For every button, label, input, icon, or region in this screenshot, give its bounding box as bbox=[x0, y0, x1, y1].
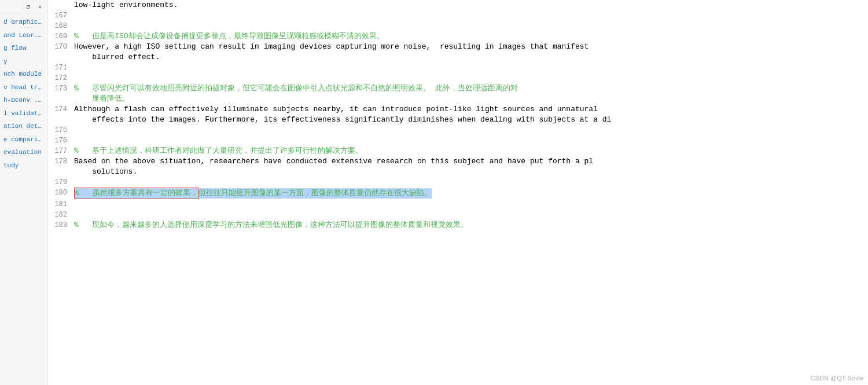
sidebar-item-evaluation[interactable]: evaluation bbox=[0, 146, 47, 159]
code-view: low-light environments. 167 168 169 % 但是… bbox=[47, 0, 868, 230]
line-content-174: Although a flash can effectively illumin… bbox=[72, 104, 868, 115]
line-180-part1: % 虽然很多方案具有一定的效果， bbox=[74, 188, 198, 199]
line-content-167 bbox=[72, 10, 868, 21]
sidebar-item-y[interactable]: y bbox=[0, 55, 47, 68]
code-line-174: 174 Although a flash can effectively ill… bbox=[47, 104, 868, 115]
line-num-173-cont bbox=[47, 94, 72, 104]
code-line-179: 179 bbox=[47, 177, 868, 188]
line-content-172 bbox=[72, 73, 868, 83]
sidebar-item-learn[interactable]: and Lear... bbox=[0, 29, 47, 42]
line-content-177: % 基于上述情况，科研工作者对此做了大量研究，并提出了许多可行性的解决方案。 bbox=[72, 146, 868, 156]
line-num-177: 177 bbox=[47, 146, 72, 156]
line-num-176: 176 bbox=[47, 135, 72, 146]
line-content-170: However, a high ISO setting can result i… bbox=[72, 42, 868, 52]
line-num-175: 175 bbox=[47, 125, 72, 135]
line-num-167: 167 bbox=[47, 10, 72, 21]
line-num-174: 174 bbox=[47, 104, 72, 115]
line-num-183: 183 bbox=[47, 220, 72, 230]
sidebar-item-dconv[interactable]: h-Dconv ... bbox=[0, 94, 47, 107]
line-content-169: % 但是高ISO却会让成像设备捕捉更多噪点，最终导致图像呈现颗粒感或模糊不清的效… bbox=[72, 31, 868, 42]
code-line-169: 169 % 但是高ISO却会让成像设备捕捉更多噪点，最终导致图像呈现颗粒感或模糊… bbox=[47, 31, 868, 42]
code-line-171: 171 bbox=[47, 63, 868, 73]
code-line-182: 182 bbox=[47, 210, 868, 220]
line-num-179: 179 bbox=[47, 177, 72, 188]
code-line-170: 170 However, a high ISO setting can resu… bbox=[47, 42, 868, 52]
code-line-173: 173 % 尽管闪光灯可以有效地照亮附近的拍摄对象，但它可能会在图像中引入点状光… bbox=[47, 83, 868, 94]
line-content-183: % 现如今，越来越多的人选择使用深度学习的方法来增强低光图像，这种方法可以提升图… bbox=[72, 220, 868, 230]
line-content-173: % 尽管闪光灯可以有效地照亮附近的拍摄对象，但它可能会在图像中引入点状光源和不自… bbox=[72, 83, 868, 94]
line-num-173: 173 bbox=[47, 83, 72, 94]
line-num-171: 171 bbox=[47, 63, 72, 73]
close-icon[interactable]: ✕ bbox=[35, 2, 45, 12]
sidebar-item-head[interactable]: v head tr... bbox=[0, 81, 47, 94]
line-num-178: 178 bbox=[47, 156, 72, 167]
sidebar-item-detail[interactable]: ation deta... bbox=[0, 120, 47, 133]
sidebar-item-flow[interactable]: g flow bbox=[0, 42, 47, 55]
code-line-181: 181 bbox=[47, 199, 868, 210]
code-line-176: 176 bbox=[47, 135, 868, 146]
code-line-continuation-top: low-light environments. bbox=[47, 0, 868, 10]
line-content-182 bbox=[72, 210, 868, 220]
line-content-178-cont: solutions. bbox=[72, 167, 868, 177]
line-num-180: 180 bbox=[47, 188, 72, 199]
line-num-181: 181 bbox=[47, 199, 72, 210]
code-line-168: 168 bbox=[47, 21, 868, 31]
code-line-167: 167 bbox=[47, 10, 868, 21]
line-num-172: 172 bbox=[47, 73, 72, 83]
code-line-170-cont: blurred effect. bbox=[47, 52, 868, 63]
line-content-171 bbox=[72, 63, 868, 73]
code-line-174-cont: effects into the images. Furthermore, it… bbox=[47, 115, 868, 125]
line-180-part2: 但往往只能提升图像的某一方面，图像的整体质量仍然存在很大缺陷。 bbox=[198, 188, 432, 199]
code-line-177: 177 % 基于上述情况，科研工作者对此做了大量研究，并提出了许多可行性的解决方… bbox=[47, 146, 868, 156]
code-line-183: 183 % 现如今，越来越多的人选择使用深度学习的方法来增强低光图像，这种方法可… bbox=[47, 220, 868, 230]
code-line-172: 172 bbox=[47, 73, 868, 83]
main-code-view: low-light environments. 167 168 169 % 但是… bbox=[47, 0, 868, 385]
sidebar-item-graphic[interactable]: d Graphic... bbox=[0, 16, 47, 29]
line-num-170-cont bbox=[47, 52, 72, 63]
line-num-169: 169 bbox=[47, 31, 72, 42]
line-num-168: 168 bbox=[47, 21, 72, 31]
line-content-170-cont: blurred effect. bbox=[72, 52, 868, 63]
line-num-178-cont bbox=[47, 167, 72, 177]
line-num-182: 182 bbox=[47, 210, 72, 220]
line-content-continuation-top: low-light environments. bbox=[72, 0, 868, 10]
sidebar-item-study[interactable]: tudy bbox=[0, 159, 47, 173]
code-line-178: 178 Based on the above situation, resear… bbox=[47, 156, 868, 167]
line-num-170: 170 bbox=[47, 42, 72, 52]
code-line-175: 175 bbox=[47, 125, 868, 135]
line-content-179 bbox=[72, 177, 868, 188]
line-content-175 bbox=[72, 125, 868, 135]
line-content-176 bbox=[72, 135, 868, 146]
code-line-173-cont: 显着降低。 bbox=[47, 94, 868, 104]
line-content-173-cont: 显着降低。 bbox=[72, 94, 868, 104]
sidebar: ⊟ ✕ d Graphic... and Lear... g flow y nc… bbox=[0, 0, 47, 385]
sidebar-item-compare[interactable]: e compari... bbox=[0, 133, 47, 146]
sidebar-top-bar: ⊟ ✕ bbox=[0, 1, 47, 13]
line-num-empty bbox=[47, 0, 72, 10]
watermark: CSDN @QT-Smile bbox=[811, 375, 863, 382]
line-content-174-cont: effects into the images. Furthermore, it… bbox=[72, 115, 868, 125]
line-content-181 bbox=[72, 199, 868, 210]
sidebar-item-module[interactable]: nch module bbox=[0, 68, 47, 81]
line-num-174-cont bbox=[47, 115, 72, 125]
line-content-180: % 虽然很多方案具有一定的效果，但往往只能提升图像的某一方面，图像的整体质量仍然… bbox=[72, 188, 868, 199]
sidebar-item-validation[interactable]: l validation bbox=[0, 107, 47, 120]
line-content-178: Based on the above situation, researcher… bbox=[72, 156, 868, 167]
code-line-180: 180 % 虽然很多方案具有一定的效果，但往往只能提升图像的某一方面，图像的整体… bbox=[47, 188, 868, 199]
pin-icon[interactable]: ⊟ bbox=[24, 2, 33, 12]
code-line-178-cont: solutions. bbox=[47, 167, 868, 177]
line-content-168 bbox=[72, 21, 868, 31]
